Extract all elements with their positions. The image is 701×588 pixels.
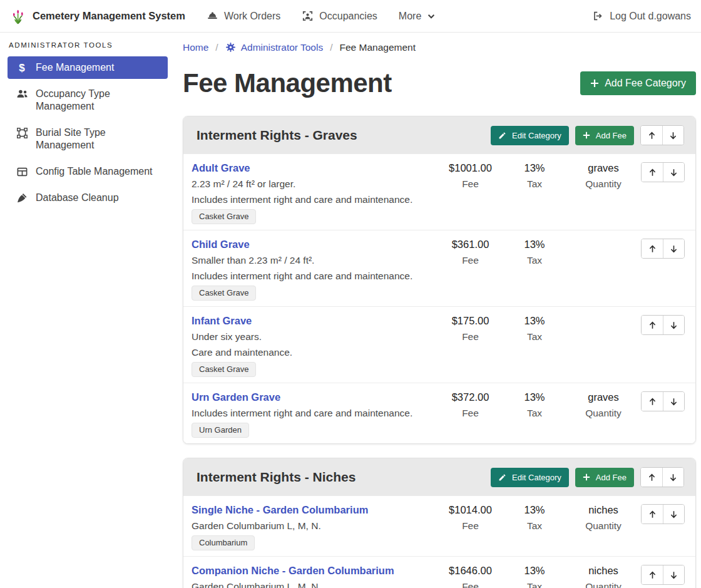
fee-label: Fee: [437, 255, 503, 266]
logout-button[interactable]: Log Out d.gowans: [592, 10, 691, 22]
tax-value: 13%: [503, 391, 566, 403]
tax-value: 13%: [503, 504, 566, 516]
arrow-up-icon: [647, 473, 657, 482]
category-title: Interment Rights - Graves: [197, 128, 357, 143]
add-fee-button[interactable]: Add Fee: [575, 468, 634, 487]
sidebar-item-occupancy-type-management[interactable]: Occupancy Type Management: [8, 83, 168, 118]
move-fee-up-button[interactable]: [642, 163, 663, 182]
move-fee-down-button[interactable]: [663, 505, 684, 524]
category-header: Interment Rights - Graves Edit Category: [183, 116, 695, 154]
move-fee-down-button[interactable]: [663, 316, 684, 334]
arrow-down-icon: [669, 570, 678, 580]
fee-metric: $372.00 Fee: [437, 391, 503, 419]
arrow-up-icon: [648, 570, 657, 580]
edit-category-label: Edit Category: [512, 473, 561, 482]
tax-metric: 13% Tax: [503, 565, 566, 588]
gear-icon: [225, 42, 236, 53]
top-navbar: Cemetery Management System Work Orders O…: [0, 0, 701, 33]
tax-label: Tax: [503, 178, 566, 190]
tax-metric: 13% Tax: [503, 162, 566, 190]
nav-item-work-orders[interactable]: Work Orders: [207, 10, 280, 22]
fee-name-link[interactable]: Infant Grave: [192, 315, 252, 327]
fee-category-card-niches: Interment Rights - Niches Edit Category: [183, 458, 696, 588]
plus-icon: [590, 79, 599, 88]
people-icon: [15, 88, 29, 100]
move-category-down-button[interactable]: [662, 468, 683, 487]
nav-item-more[interactable]: More: [399, 11, 436, 22]
sidebar-item-burial-site-type-management[interactable]: Burial Site Type Management: [8, 121, 168, 157]
move-category-up-button[interactable]: [641, 126, 662, 145]
fee-tag: Casket Grave: [192, 209, 256, 224]
breadcrumb-separator: /: [330, 41, 332, 53]
sidebar-item-config-table-management[interactable]: Config Table Management: [8, 160, 168, 183]
fee-name-link[interactable]: Single Niche - Garden Columbarium: [192, 504, 368, 516]
fee-row: Companion Niche - Garden Columbarium Gar…: [183, 556, 695, 588]
move-fee-up-button[interactable]: [642, 505, 663, 524]
move-category-up-button[interactable]: [641, 468, 662, 487]
breadcrumb-home-link[interactable]: Home: [183, 41, 208, 53]
nav-item-label: Work Orders: [224, 11, 280, 22]
fee-metric: $1001.00 Fee: [437, 162, 503, 190]
add-fee-button[interactable]: Add Fee: [575, 126, 634, 145]
arrow-down-icon: [669, 168, 678, 177]
fee-reorder-group: [641, 504, 685, 524]
fee-metric: $1014.00 Fee: [437, 504, 503, 532]
tax-value: 13%: [503, 239, 566, 250]
move-fee-down-button[interactable]: [663, 239, 684, 258]
logout-icon: [592, 10, 604, 22]
quantity-label: Quantity: [566, 178, 641, 190]
move-fee-up-button[interactable]: [642, 316, 663, 334]
nav-item-occupancies[interactable]: Occupancies: [302, 10, 377, 22]
tax-metric: 13% Tax: [503, 239, 566, 266]
fee-value: $175.00: [437, 315, 503, 327]
add-fee-category-label: Add Fee Category: [605, 78, 686, 89]
fee-row: Child Grave Smaller than 2.23 m² / 24 ft…: [183, 230, 695, 306]
move-category-down-button[interactable]: [662, 126, 683, 145]
move-fee-down-button[interactable]: [663, 392, 684, 411]
brand[interactable]: Cemetery Management System: [10, 8, 185, 25]
fee-description: Includes interment right and care and ma…: [192, 271, 432, 282]
table-icon: [15, 166, 29, 178]
edit-category-button[interactable]: Edit Category: [491, 468, 569, 487]
sidebar-item-fee-management[interactable]: $ Fee Management: [8, 56, 168, 79]
fee-value: $1001.00: [437, 162, 503, 174]
chevron-down-icon: [427, 12, 436, 21]
fee-metric: $1646.00 Fee: [437, 565, 503, 588]
tax-label: Tax: [503, 255, 566, 266]
move-fee-down-button[interactable]: [663, 163, 684, 182]
breadcrumb-current: Fee Management: [340, 41, 416, 53]
dollar-icon: $: [15, 62, 29, 74]
quantity-metric: graves Quantity: [566, 391, 641, 419]
move-fee-up-button[interactable]: [642, 392, 663, 411]
fee-row: Adult Grave 2.23 m² / 24 ft² or larger. …: [183, 154, 695, 230]
arrow-down-icon: [669, 510, 678, 519]
breadcrumb-admin-tools-link[interactable]: Administrator Tools: [225, 41, 324, 53]
sidebar-item-database-cleanup[interactable]: Database Cleanup: [8, 187, 168, 209]
move-fee-up-button[interactable]: [642, 565, 663, 584]
arrow-up-icon: [648, 244, 657, 254]
quantity-metric: niches Quantity: [566, 565, 641, 588]
fee-name-link[interactable]: Companion Niche - Garden Columbarium: [192, 565, 394, 577]
category-header: Interment Rights - Niches Edit Category: [183, 458, 695, 496]
fee-description: 2.23 m² / 24 ft² or larger.: [192, 178, 432, 190]
edit-category-button[interactable]: Edit Category: [491, 126, 569, 145]
tax-metric: 13% Tax: [503, 391, 566, 419]
fee-name-link[interactable]: Urn Garden Grave: [192, 391, 280, 403]
quantity-metric: niches Quantity: [566, 504, 641, 532]
fee-name-link[interactable]: Adult Grave: [192, 162, 250, 174]
fee-reorder-group: [641, 239, 685, 259]
fee-label: Fee: [437, 581, 503, 588]
fee-row: Single Niche - Garden Columbarium Garden…: [183, 496, 695, 556]
arrow-down-icon: [669, 244, 678, 254]
add-fee-category-button[interactable]: Add Fee Category: [580, 71, 696, 95]
move-fee-down-button[interactable]: [663, 565, 684, 584]
broom-icon: [15, 192, 29, 204]
sidebar-heading: ADMINISTRATOR TOOLS: [8, 39, 168, 56]
fee-name-link[interactable]: Child Grave: [192, 239, 250, 250]
sidebar-item-label: Burial Site Type Management: [36, 126, 160, 152]
main-content: Home / Administrator Tool: [175, 33, 701, 588]
move-fee-up-button[interactable]: [642, 239, 663, 258]
fee-reorder-group: [641, 565, 685, 585]
person-frame-icon: [302, 10, 314, 22]
fee-value: $361.00: [437, 239, 503, 250]
